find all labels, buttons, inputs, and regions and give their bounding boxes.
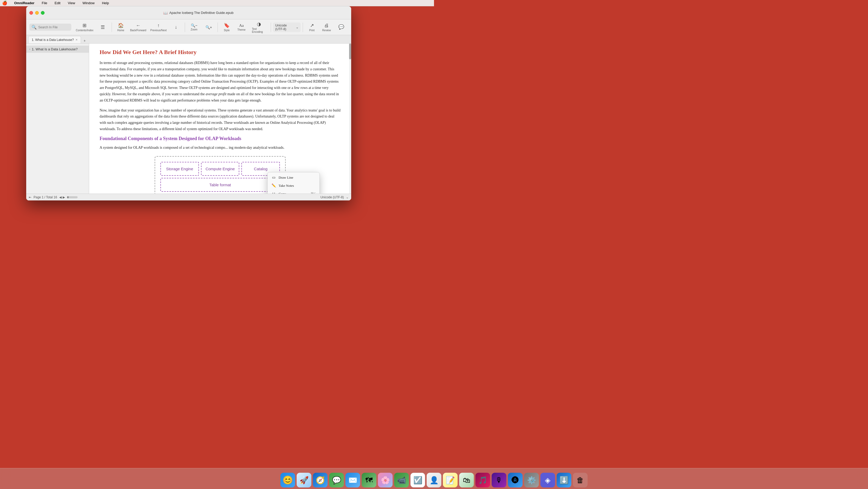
print-button[interactable]: 🖨 Review bbox=[320, 22, 333, 33]
back-forward-button[interactable]: ← Back/Forward bbox=[129, 22, 148, 33]
menu-help[interactable]: Help bbox=[100, 1, 111, 5]
scrollbar-thumb[interactable] bbox=[349, 44, 351, 59]
home-label: Home bbox=[117, 29, 124, 32]
next-icon: ↓ bbox=[175, 24, 177, 30]
main-area: › 1. What Is a Data Lakehouse? How Did W… bbox=[26, 44, 351, 194]
export-button[interactable]: ↗ Print bbox=[305, 22, 319, 33]
menu-view[interactable]: View bbox=[66, 1, 77, 5]
menu-button[interactable]: ☰ bbox=[96, 23, 110, 31]
previous-button[interactable]: ↑ Previous/Next bbox=[149, 22, 168, 33]
sidebar: › 1. What Is a Data Lakehouse? bbox=[26, 44, 89, 194]
tab-add-button[interactable]: + bbox=[82, 38, 87, 43]
contents-index-button[interactable]: ⊞ Contents/Index bbox=[74, 22, 95, 33]
statusbar: ⇤ Page 1 / Total 16 ◀ ▶ Unicode (UTF-8) … bbox=[26, 194, 351, 200]
menu-icon: ☰ bbox=[101, 24, 105, 30]
export-icon: ↗ bbox=[310, 23, 314, 28]
home-button[interactable]: 🏠 Home bbox=[114, 22, 128, 33]
app-name[interactable]: OmniReader bbox=[12, 1, 36, 5]
encoding-label: Unicode (UTF-8) bbox=[275, 24, 295, 31]
page-info: Page 1 / Total 16 bbox=[34, 196, 57, 199]
zoom-out-button[interactable]: 🔍− Zoom bbox=[187, 22, 201, 32]
search-icon: 🔍 bbox=[31, 25, 37, 30]
context-menu-draw-line[interactable]: ▭ Draw Line bbox=[268, 173, 319, 181]
theme-button[interactable]: ◑ Text Encoding bbox=[249, 20, 269, 34]
nav-arrows: ◀ ▶ bbox=[59, 196, 65, 199]
theme-label: Text Encoding bbox=[252, 28, 266, 33]
context-menu-take-notes[interactable]: ✏️ Take Notes bbox=[268, 181, 319, 190]
tabbar: 1. What is a Data Lakehouse? ✕ + bbox=[26, 35, 351, 44]
diagram-cell-compute: Compute Engine bbox=[201, 162, 240, 176]
statusbar-right: Unicode (UTF-8) ⌄ bbox=[320, 196, 348, 199]
zoom-label: Zoom bbox=[191, 28, 197, 31]
diagram-row-1: Storage Engine Compute Engine Catalog bbox=[159, 161, 281, 177]
zoom-in-button[interactable]: 🔍+ bbox=[202, 24, 215, 30]
review-icon: 💬 bbox=[338, 24, 344, 30]
toolbar: 🔍 ⊞ Contents/Index ☰ 🏠 Home ← Back/Forwa… bbox=[26, 20, 351, 35]
sidebar-arrow-icon: › bbox=[29, 48, 30, 51]
paragraph-3: A system designed for OLAP workloads is … bbox=[100, 145, 341, 151]
diagram-table-format: Table format bbox=[160, 178, 280, 192]
menu-edit[interactable]: Edit bbox=[53, 1, 62, 5]
context-menu: ▭ Draw Line ✏️ Take Notes ⊔ Copy ⌘C ▭ My… bbox=[267, 172, 320, 194]
encoding-selector[interactable]: Unicode (UTF-8) ⌄ bbox=[273, 23, 301, 32]
back-icon: ← bbox=[136, 23, 141, 28]
context-menu-take-notes-label: Take Notes bbox=[279, 184, 294, 188]
content-area: How Did We Get Here? A Brief History In … bbox=[89, 44, 351, 194]
page-indicator-thumb bbox=[67, 196, 69, 198]
zoom-out-icon: 🔍− bbox=[191, 23, 197, 28]
context-menu-copy[interactable]: ⊔ Copy ⌘C bbox=[268, 190, 319, 194]
collapse-icon[interactable]: ⇤ bbox=[29, 196, 31, 199]
bookmark-label: Style bbox=[224, 29, 229, 32]
style-button[interactable]: Aa Theme bbox=[235, 22, 248, 32]
sidebar-item-lakehouse[interactable]: › 1. What Is a Data Lakehouse? bbox=[26, 46, 89, 53]
zoom-in-icon: 🔍+ bbox=[206, 25, 212, 29]
statusbar-chevron-icon[interactable]: ⌄ bbox=[346, 196, 348, 199]
nav-play-icon[interactable]: ▶ bbox=[63, 196, 65, 199]
next-button[interactable]: ↓ bbox=[169, 23, 183, 31]
contents-label: Contents/Index bbox=[76, 29, 93, 32]
contents-icon: ⊞ bbox=[83, 23, 87, 28]
page-indicator[interactable] bbox=[67, 196, 78, 198]
style-label: Theme bbox=[238, 28, 246, 31]
context-menu-draw-line-label: Draw Line bbox=[279, 175, 293, 180]
search-box: 🔍 bbox=[29, 24, 71, 31]
theme-icon: ◑ bbox=[257, 21, 261, 27]
menu-file[interactable]: File bbox=[40, 1, 49, 5]
menubar: 🍎 OmniReader File Edit View Window Help bbox=[0, 0, 434, 6]
scrollbar-track[interactable] bbox=[349, 44, 351, 194]
minimize-button[interactable] bbox=[35, 11, 39, 15]
bookmark-icon: 🔖 bbox=[224, 23, 229, 28]
main-window: 📖 Apache Iceberg The Definitive Guide.ep… bbox=[26, 6, 351, 200]
apple-menu[interactable]: 🍎 bbox=[2, 1, 7, 5]
maximize-button[interactable] bbox=[41, 11, 44, 15]
sidebar-item-label: 1. What Is a Data Lakehouse? bbox=[32, 47, 78, 51]
epub-icon: 📖 bbox=[163, 11, 168, 15]
nav-prev-icon[interactable]: ◀ bbox=[59, 196, 62, 199]
tab-label: 1. What is a Data Lakehouse? bbox=[32, 38, 74, 42]
divider-5 bbox=[303, 23, 303, 32]
paragraph-2: Now, imagine that your organization has … bbox=[100, 107, 341, 132]
print-label: Review bbox=[322, 29, 331, 32]
diagram: Storage Engine Compute Engine Catalog Ta… bbox=[155, 156, 286, 194]
diagram-cell-storage: Storage Engine bbox=[160, 162, 199, 176]
prev-label: Previous/Next bbox=[150, 29, 167, 32]
heading-foundational: Foundational Components of a System Desi… bbox=[100, 136, 341, 141]
search-input[interactable] bbox=[38, 25, 70, 29]
take-notes-icon: ✏️ bbox=[271, 183, 276, 188]
style-icon: Aa bbox=[239, 23, 244, 28]
back-label: Back/Forward bbox=[130, 29, 146, 32]
bookmark-button[interactable]: 🔖 Style bbox=[220, 22, 234, 33]
window-title: 📖 Apache Iceberg The Definitive Guide.ep… bbox=[49, 11, 348, 15]
print-icon: 🖨 bbox=[324, 23, 329, 28]
divider-1 bbox=[112, 23, 112, 32]
tab-close-icon[interactable]: ✕ bbox=[75, 38, 78, 41]
menu-window[interactable]: Window bbox=[81, 1, 96, 5]
divider-4 bbox=[271, 23, 271, 32]
window-title-text: Apache Iceberg The Definitive Guide.epub bbox=[169, 11, 234, 15]
review-button[interactable]: 💬 bbox=[334, 23, 348, 31]
tab-lakehouse[interactable]: 1. What is a Data Lakehouse? ✕ bbox=[28, 36, 81, 43]
copy-shortcut: ⌘C bbox=[311, 192, 316, 194]
close-button[interactable] bbox=[29, 11, 33, 15]
draw-line-icon: ▭ bbox=[271, 175, 276, 180]
traffic-lights bbox=[29, 11, 44, 15]
